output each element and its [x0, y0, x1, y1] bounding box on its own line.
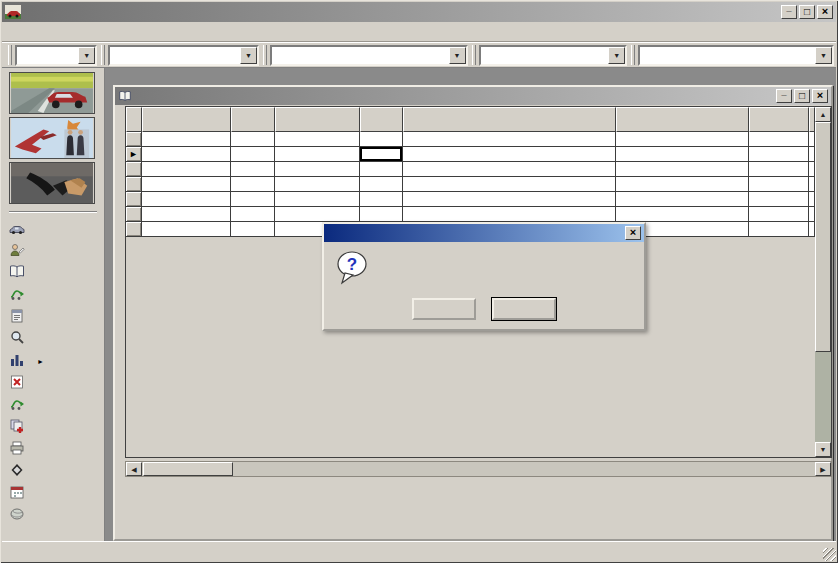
column-header-ucel-jizdy[interactable]	[616, 107, 749, 132]
cell-d1[interactable]	[142, 207, 231, 222]
minimize-icon[interactable]	[781, 5, 797, 19]
cell-purpose[interactable]	[616, 162, 749, 177]
scroll-left-icon[interactable]: ◀	[126, 462, 142, 476]
menu-item-silnicni-dan[interactable]	[86, 29, 102, 35]
combo-cp010-2012-viden[interactable]: ▼	[638, 45, 834, 66]
row-selector[interactable]	[126, 162, 142, 177]
cell-km[interactable]	[749, 192, 809, 207]
scroll-up-icon[interactable]: ▲	[815, 107, 831, 122]
menu-item-kniha-jizd[interactable]	[38, 29, 54, 35]
cell-purpose[interactable]	[616, 207, 749, 222]
no-button[interactable]	[492, 298, 556, 320]
combo-novak-s-r-o[interactable]: ▼	[108, 45, 259, 66]
cell-t2[interactable]	[360, 177, 403, 192]
menu-item-napoveda[interactable]	[166, 29, 182, 35]
current-row-marker[interactable]: ►	[126, 147, 142, 162]
chevron-down-icon[interactable]: ▼	[815, 47, 832, 64]
cell-t1[interactable]	[231, 162, 275, 177]
sidebar-item-tisk-knihy-j[interactable]	[9, 438, 104, 460]
chevron-down-icon[interactable]: ▼	[608, 47, 625, 64]
menu-item-mapy-a-vzdalenosti[interactable]	[102, 29, 118, 35]
table-row[interactable]	[126, 132, 815, 147]
cell-t2[interactable]	[360, 207, 403, 222]
cell-d1[interactable]	[142, 162, 231, 177]
column-header-selector[interactable]	[126, 107, 142, 132]
row-selector[interactable]	[126, 207, 142, 222]
scroll-down-icon[interactable]: ▼	[815, 442, 831, 457]
scroll-right-icon[interactable]: ▶	[815, 462, 831, 476]
cell-route[interactable]	[403, 177, 616, 192]
child-maximize-icon[interactable]	[794, 89, 810, 103]
cell-km[interactable]	[749, 132, 809, 147]
sidebar-item-ridici[interactable]	[9, 240, 104, 262]
sidebar-item-kniha-jizd[interactable]	[9, 262, 104, 284]
sidebar-item-vzor-jizdy[interactable]	[9, 284, 104, 306]
cell-route[interactable]	[403, 147, 616, 162]
cell-km[interactable]	[749, 207, 809, 222]
cell-t1[interactable]	[231, 177, 275, 192]
child-minimize-icon[interactable]	[776, 89, 792, 103]
close-icon[interactable]	[817, 5, 833, 19]
cell-km[interactable]	[749, 222, 809, 237]
cell-d2[interactable]	[275, 162, 360, 177]
toolbar-grip[interactable]	[631, 45, 635, 65]
table-row[interactable]	[126, 162, 815, 177]
yes-button[interactable]	[412, 298, 476, 320]
combo-2012[interactable]: ▼	[15, 45, 97, 66]
toolbar-grip[interactable]	[263, 45, 267, 65]
resize-grip[interactable]	[823, 548, 836, 561]
horizontal-scroll-thumb[interactable]	[143, 462, 233, 476]
cell-purpose[interactable]	[616, 177, 749, 192]
row-selector[interactable]	[126, 222, 142, 237]
cell-d2[interactable]	[275, 177, 360, 192]
menu-item-okno[interactable]	[150, 29, 166, 35]
sidebar-item-ucty-phm[interactable]	[9, 306, 104, 328]
sidebar-item-pauzy[interactable]	[9, 372, 104, 394]
cell-t1[interactable]	[231, 192, 275, 207]
cell-d1[interactable]	[142, 147, 231, 162]
cell-route[interactable]	[403, 207, 616, 222]
cell-d1[interactable]	[142, 222, 231, 237]
cell-d2[interactable]	[275, 207, 360, 222]
cell-d2[interactable]	[275, 132, 360, 147]
toolbar-grip[interactable]	[8, 45, 12, 65]
cell-d1[interactable]	[142, 177, 231, 192]
cell-d1[interactable]	[142, 192, 231, 207]
column-header-datum-zahajeni[interactable]	[142, 107, 231, 132]
sidebar-item-planovac[interactable]	[9, 482, 104, 504]
table-vertical-scrollbar[interactable]: ▲ ▼	[815, 107, 831, 457]
table-row[interactable]	[126, 177, 815, 192]
cell-purpose[interactable]	[616, 147, 749, 162]
cell-route[interactable]	[403, 192, 616, 207]
table-row[interactable]: ►	[126, 147, 815, 162]
menu-item-zaznam[interactable]	[22, 29, 38, 35]
table-row[interactable]	[126, 192, 815, 207]
vertical-scroll-thumb[interactable]	[815, 122, 831, 352]
cell-d2[interactable]	[275, 147, 360, 162]
sidebar-item-ostat-vydaje[interactable]	[9, 328, 104, 350]
column-header-cas-prijezdu[interactable]	[360, 107, 403, 132]
cell-t2[interactable]	[360, 162, 403, 177]
sidebar-item-vozidla[interactable]	[9, 218, 104, 240]
combo-novak-jiri[interactable]: ▼	[479, 45, 628, 66]
row-selector[interactable]	[126, 177, 142, 192]
sidebar-item-prepocitat[interactable]	[9, 460, 104, 482]
cell-purpose[interactable]	[616, 132, 749, 147]
cell-t1[interactable]	[231, 222, 275, 237]
cell-t2[interactable]	[360, 192, 403, 207]
cell-km[interactable]	[749, 162, 809, 177]
menu-item-hlavni-menu[interactable]	[6, 29, 22, 35]
sidebar-item-prav-jizdy[interactable]	[9, 394, 104, 416]
column-header-trasa[interactable]	[403, 107, 616, 132]
menu-item-gps[interactable]	[118, 29, 134, 35]
sidebar-item-rekonstrukce[interactable]	[9, 416, 104, 438]
sidebar-item-mapy[interactable]	[9, 504, 104, 526]
table-row[interactable]	[126, 207, 815, 222]
chevron-down-icon[interactable]: ▼	[240, 47, 257, 64]
child-close-icon[interactable]	[812, 89, 828, 103]
toolbar-grip[interactable]	[472, 45, 476, 65]
table-horizontal-scrollbar[interactable]: ◀ ▶	[125, 461, 832, 477]
cell-purpose[interactable]	[616, 192, 749, 207]
column-header-cas-odjezdu[interactable]	[231, 107, 275, 132]
menu-item-platebni-karty[interactable]	[70, 29, 86, 35]
